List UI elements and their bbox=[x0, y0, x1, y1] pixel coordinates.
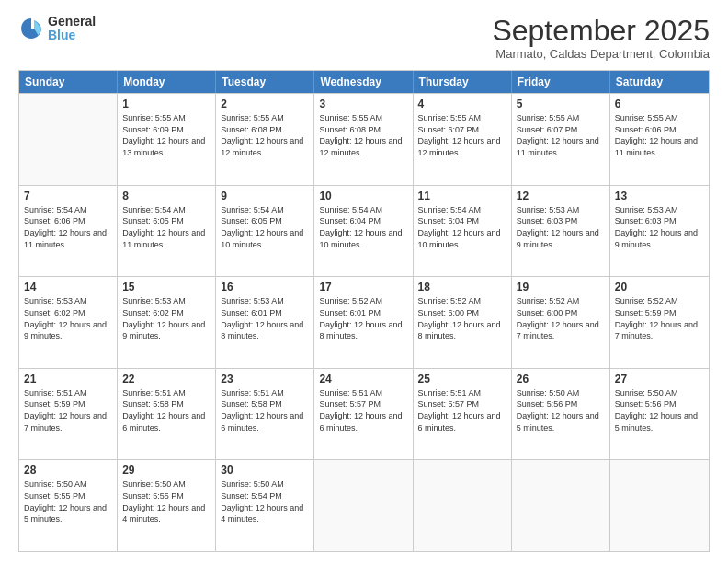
calendar-day-header: Wednesday bbox=[314, 71, 413, 93]
calendar-cell: 20Sunrise: 5:52 AMSunset: 5:59 PMDayligh… bbox=[610, 277, 709, 368]
calendar-row: 7Sunrise: 5:54 AMSunset: 6:06 PMDaylight… bbox=[19, 185, 709, 277]
calendar-cell bbox=[414, 460, 512, 551]
cell-info: Sunrise: 5:54 AMSunset: 6:05 PMDaylight:… bbox=[122, 204, 210, 250]
calendar-cell: 23Sunrise: 5:51 AMSunset: 5:58 PMDayligh… bbox=[216, 369, 314, 460]
calendar-cell: 4Sunrise: 5:55 AMSunset: 6:07 PMDaylight… bbox=[414, 94, 512, 185]
calendar-cell: 5Sunrise: 5:55 AMSunset: 6:07 PMDaylight… bbox=[512, 94, 610, 185]
cell-info: Sunrise: 5:54 AMSunset: 6:06 PMDaylight:… bbox=[24, 204, 112, 250]
day-number: 19 bbox=[517, 281, 605, 293]
cell-info: Sunrise: 5:53 AMSunset: 6:02 PMDaylight:… bbox=[122, 295, 210, 341]
cell-info: Sunrise: 5:51 AMSunset: 5:59 PMDaylight:… bbox=[24, 387, 112, 433]
day-number: 30 bbox=[221, 464, 309, 477]
day-number: 6 bbox=[615, 98, 704, 110]
calendar-cell: 14Sunrise: 5:53 AMSunset: 6:02 PMDayligh… bbox=[19, 277, 118, 368]
cell-info: Sunrise: 5:51 AMSunset: 5:57 PMDaylight:… bbox=[418, 387, 506, 433]
day-number: 20 bbox=[615, 281, 704, 293]
day-number: 5 bbox=[517, 98, 605, 110]
calendar-cell: 1Sunrise: 5:55 AMSunset: 6:09 PMDaylight… bbox=[118, 94, 216, 185]
calendar-cell: 6Sunrise: 5:55 AMSunset: 6:06 PMDaylight… bbox=[610, 94, 709, 185]
cell-info: Sunrise: 5:51 AMSunset: 5:57 PMDaylight:… bbox=[319, 387, 407, 433]
calendar-row: 1Sunrise: 5:55 AMSunset: 6:09 PMDaylight… bbox=[19, 93, 709, 185]
calendar-cell: 16Sunrise: 5:53 AMSunset: 6:01 PMDayligh… bbox=[216, 277, 314, 368]
day-number: 14 bbox=[24, 281, 112, 293]
day-number: 7 bbox=[24, 190, 112, 202]
day-number: 22 bbox=[122, 373, 210, 385]
calendar-cell bbox=[314, 460, 413, 551]
page: General Blue September 2025 Marmato, Cal… bbox=[0, 0, 728, 563]
cell-info: Sunrise: 5:54 AMSunset: 6:04 PMDaylight:… bbox=[418, 204, 506, 250]
calendar-cell bbox=[610, 460, 709, 551]
logo-text: General Blue bbox=[48, 15, 96, 43]
cell-info: Sunrise: 5:51 AMSunset: 5:58 PMDaylight:… bbox=[221, 387, 309, 433]
calendar-cell bbox=[512, 460, 610, 551]
calendar-cell: 25Sunrise: 5:51 AMSunset: 5:57 PMDayligh… bbox=[414, 369, 512, 460]
day-number: 15 bbox=[122, 281, 210, 293]
calendar-row: 14Sunrise: 5:53 AMSunset: 6:02 PMDayligh… bbox=[19, 276, 709, 368]
cell-info: Sunrise: 5:51 AMSunset: 5:58 PMDaylight:… bbox=[122, 387, 210, 433]
day-number: 25 bbox=[418, 373, 506, 385]
cell-info: Sunrise: 5:54 AMSunset: 6:05 PMDaylight:… bbox=[221, 204, 309, 250]
calendar-cell: 24Sunrise: 5:51 AMSunset: 5:57 PMDayligh… bbox=[314, 369, 413, 460]
calendar-cell: 19Sunrise: 5:52 AMSunset: 6:00 PMDayligh… bbox=[512, 277, 610, 368]
day-number: 17 bbox=[319, 281, 407, 293]
cell-info: Sunrise: 5:52 AMSunset: 6:01 PMDaylight:… bbox=[319, 295, 407, 341]
calendar: SundayMondayTuesdayWednesdayThursdayFrid… bbox=[18, 70, 710, 552]
title-block: September 2025 Marmato, Caldas Departmen… bbox=[492, 15, 710, 61]
calendar-cell: 13Sunrise: 5:53 AMSunset: 6:03 PMDayligh… bbox=[610, 186, 709, 277]
header: General Blue September 2025 Marmato, Cal… bbox=[18, 15, 710, 61]
day-number: 18 bbox=[418, 281, 506, 293]
day-number: 27 bbox=[615, 373, 704, 385]
cell-info: Sunrise: 5:55 AMSunset: 6:08 PMDaylight:… bbox=[319, 112, 407, 158]
calendar-cell: 3Sunrise: 5:55 AMSunset: 6:08 PMDaylight… bbox=[314, 94, 413, 185]
day-number: 12 bbox=[517, 190, 605, 202]
calendar-cell: 17Sunrise: 5:52 AMSunset: 6:01 PMDayligh… bbox=[314, 277, 413, 368]
day-number: 11 bbox=[418, 190, 506, 202]
calendar-row: 28Sunrise: 5:50 AMSunset: 5:55 PMDayligh… bbox=[19, 459, 709, 551]
calendar-cell: 15Sunrise: 5:53 AMSunset: 6:02 PMDayligh… bbox=[118, 277, 216, 368]
cell-info: Sunrise: 5:50 AMSunset: 5:55 PMDaylight:… bbox=[24, 478, 112, 524]
cell-info: Sunrise: 5:53 AMSunset: 6:03 PMDaylight:… bbox=[615, 204, 704, 250]
calendar-cell: 28Sunrise: 5:50 AMSunset: 5:55 PMDayligh… bbox=[19, 460, 118, 551]
cell-info: Sunrise: 5:50 AMSunset: 5:56 PMDaylight:… bbox=[615, 387, 704, 433]
calendar-day-header: Tuesday bbox=[216, 71, 314, 93]
day-number: 26 bbox=[517, 373, 605, 385]
cell-info: Sunrise: 5:55 AMSunset: 6:06 PMDaylight:… bbox=[615, 112, 704, 158]
calendar-body: 1Sunrise: 5:55 AMSunset: 6:09 PMDaylight… bbox=[19, 93, 709, 551]
calendar-header: SundayMondayTuesdayWednesdayThursdayFrid… bbox=[19, 71, 709, 93]
day-number: 13 bbox=[615, 190, 704, 202]
cell-info: Sunrise: 5:54 AMSunset: 6:04 PMDaylight:… bbox=[319, 204, 407, 250]
calendar-cell: 8Sunrise: 5:54 AMSunset: 6:05 PMDaylight… bbox=[118, 186, 216, 277]
day-number: 2 bbox=[221, 98, 309, 110]
calendar-day-header: Thursday bbox=[414, 71, 512, 93]
logo: General Blue bbox=[18, 15, 96, 43]
logo-icon bbox=[18, 16, 44, 41]
main-title: September 2025 bbox=[492, 15, 710, 47]
day-number: 9 bbox=[221, 190, 309, 202]
cell-info: Sunrise: 5:53 AMSunset: 6:02 PMDaylight:… bbox=[24, 295, 112, 341]
cell-info: Sunrise: 5:53 AMSunset: 6:03 PMDaylight:… bbox=[517, 204, 605, 250]
cell-info: Sunrise: 5:50 AMSunset: 5:55 PMDaylight:… bbox=[122, 478, 210, 524]
cell-info: Sunrise: 5:52 AMSunset: 5:59 PMDaylight:… bbox=[615, 295, 704, 341]
cell-info: Sunrise: 5:50 AMSunset: 5:56 PMDaylight:… bbox=[517, 387, 605, 433]
day-number: 10 bbox=[319, 190, 407, 202]
calendar-day-header: Friday bbox=[512, 71, 610, 93]
calendar-cell bbox=[19, 94, 118, 185]
cell-info: Sunrise: 5:55 AMSunset: 6:08 PMDaylight:… bbox=[221, 112, 309, 158]
day-number: 1 bbox=[122, 98, 210, 110]
calendar-day-header: Saturday bbox=[610, 71, 709, 93]
cell-info: Sunrise: 5:52 AMSunset: 6:00 PMDaylight:… bbox=[418, 295, 506, 341]
cell-info: Sunrise: 5:53 AMSunset: 6:01 PMDaylight:… bbox=[221, 295, 309, 341]
day-number: 4 bbox=[418, 98, 506, 110]
day-number: 24 bbox=[319, 373, 407, 385]
calendar-cell: 9Sunrise: 5:54 AMSunset: 6:05 PMDaylight… bbox=[216, 186, 314, 277]
calendar-cell: 30Sunrise: 5:50 AMSunset: 5:54 PMDayligh… bbox=[216, 460, 314, 551]
cell-info: Sunrise: 5:52 AMSunset: 6:00 PMDaylight:… bbox=[517, 295, 605, 341]
calendar-cell: 2Sunrise: 5:55 AMSunset: 6:08 PMDaylight… bbox=[216, 94, 314, 185]
calendar-cell: 18Sunrise: 5:52 AMSunset: 6:00 PMDayligh… bbox=[414, 277, 512, 368]
cell-info: Sunrise: 5:55 AMSunset: 6:07 PMDaylight:… bbox=[517, 112, 605, 158]
calendar-cell: 7Sunrise: 5:54 AMSunset: 6:06 PMDaylight… bbox=[19, 186, 118, 277]
day-number: 28 bbox=[24, 464, 112, 477]
day-number: 23 bbox=[221, 373, 309, 385]
day-number: 8 bbox=[122, 190, 210, 202]
calendar-cell: 27Sunrise: 5:50 AMSunset: 5:56 PMDayligh… bbox=[610, 369, 709, 460]
